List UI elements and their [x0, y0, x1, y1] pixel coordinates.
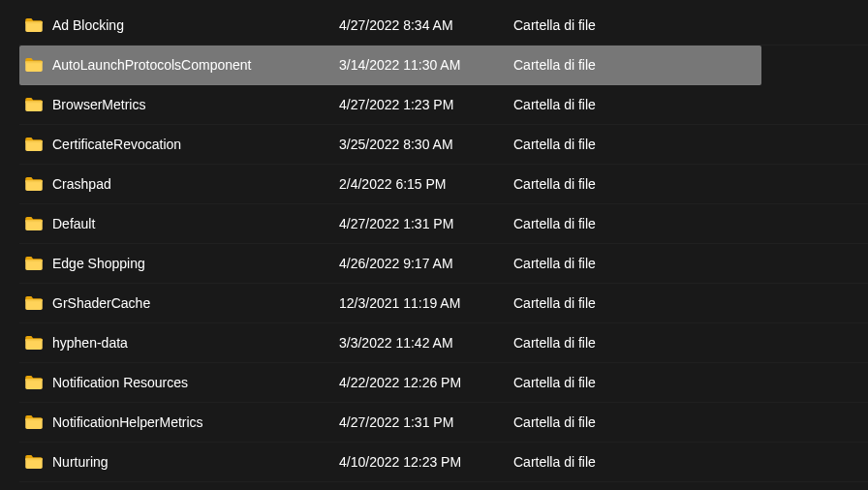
file-name-cell: hyphen-data — [19, 335, 339, 351]
file-name: CertificateRevocation — [52, 137, 181, 152]
file-date: 3/14/2022 11:30 AM — [339, 57, 513, 73]
file-type: Cartella di file — [513, 216, 596, 231]
file-type: Cartella di file — [513, 256, 596, 271]
file-row[interactable]: Notification Resources4/22/2022 12:26 PM… — [19, 363, 868, 403]
file-name: AutoLaunchProtocolsComponent — [52, 57, 251, 73]
file-date: 3/25/2022 8:30 AM — [339, 137, 513, 152]
file-date: 4/27/2022 1:23 PM — [339, 97, 513, 112]
file-row[interactable]: Edge Shopping4/26/2022 9:17 AMCartella d… — [19, 244, 868, 284]
folder-icon — [25, 376, 43, 389]
file-name: Crashpad — [52, 176, 111, 192]
file-row[interactable]: AutoLaunchProtocolsComponent3/14/2022 11… — [19, 46, 761, 85]
file-row[interactable]: hyphen-data3/3/2022 11:42 AMCartella di … — [19, 323, 868, 363]
file-name: Notification Resources — [52, 375, 188, 390]
file-date: 2/4/2022 6:15 PM — [339, 176, 513, 192]
file-name-cell: CertificateRevocation — [19, 137, 339, 152]
file-type: Cartella di file — [513, 375, 596, 390]
file-row[interactable]: GrShaderCache12/3/2021 11:19 AMCartella … — [19, 284, 868, 323]
file-row[interactable]: Ad Blocking4/27/2022 8:34 AMCartella di … — [19, 6, 868, 46]
folder-icon — [25, 415, 43, 429]
file-name: Nurturing — [52, 454, 108, 470]
folder-icon — [25, 217, 43, 230]
file-date: 3/3/2022 11:42 AM — [339, 335, 513, 351]
file-type: Cartella di file — [513, 335, 596, 351]
file-name-cell: Default — [19, 216, 339, 231]
file-type: Cartella di file — [513, 57, 596, 73]
file-row[interactable]: CertificateRevocation3/25/2022 8:30 AMCa… — [19, 125, 868, 165]
file-name: Default — [52, 216, 95, 231]
file-type: Cartella di file — [513, 17, 596, 33]
file-name: GrShaderCache — [52, 295, 150, 311]
file-name-cell: Crashpad — [19, 176, 339, 192]
file-type: Cartella di file — [513, 295, 596, 311]
file-row[interactable]: NotificationHelperMetrics4/27/2022 1:31 … — [19, 403, 868, 443]
file-name: hyphen-data — [52, 335, 128, 351]
file-date: 12/3/2021 11:19 AM — [339, 295, 513, 311]
file-type: Cartella di file — [513, 414, 596, 430]
file-date: 4/22/2022 12:26 PM — [339, 375, 513, 390]
file-type: Cartella di file — [513, 176, 596, 192]
file-row[interactable]: BrowserMetrics4/27/2022 1:23 PMCartella … — [19, 85, 868, 125]
file-date: 4/27/2022 1:31 PM — [339, 216, 513, 231]
file-type: Cartella di file — [513, 97, 596, 112]
folder-icon — [25, 18, 43, 32]
file-name-cell: BrowserMetrics — [19, 97, 339, 112]
file-list: Ad Blocking4/27/2022 8:34 AMCartella di … — [0, 0, 868, 482]
folder-icon — [25, 98, 43, 111]
file-name-cell: Ad Blocking — [19, 17, 339, 33]
file-name: NotificationHelperMetrics — [52, 414, 203, 430]
file-name-cell: Nurturing — [19, 454, 339, 470]
folder-icon — [25, 296, 43, 310]
folder-icon — [25, 138, 43, 151]
folder-icon — [25, 177, 43, 191]
file-name-cell: Edge Shopping — [19, 256, 339, 271]
file-row[interactable]: Nurturing4/10/2022 12:23 PMCartella di f… — [19, 443, 868, 482]
file-name-cell: AutoLaunchProtocolsComponent — [19, 57, 339, 73]
file-date: 4/26/2022 9:17 AM — [339, 256, 513, 271]
folder-icon — [25, 58, 43, 72]
file-name-cell: GrShaderCache — [19, 295, 339, 311]
file-type: Cartella di file — [513, 137, 596, 152]
file-date: 4/27/2022 8:34 AM — [339, 17, 513, 33]
file-type: Cartella di file — [513, 454, 596, 470]
file-row[interactable]: Crashpad2/4/2022 6:15 PMCartella di file — [19, 165, 868, 204]
file-name-cell: Notification Resources — [19, 375, 339, 390]
file-name: BrowserMetrics — [52, 97, 145, 112]
folder-icon — [25, 336, 43, 350]
file-date: 4/10/2022 12:23 PM — [339, 454, 513, 470]
folder-icon — [25, 455, 43, 469]
file-name: Edge Shopping — [52, 256, 145, 271]
file-date: 4/27/2022 1:31 PM — [339, 414, 513, 430]
file-name-cell: NotificationHelperMetrics — [19, 414, 339, 430]
file-row[interactable]: Default4/27/2022 1:31 PMCartella di file — [19, 204, 868, 244]
file-name: Ad Blocking — [52, 17, 124, 33]
folder-icon — [25, 257, 43, 270]
